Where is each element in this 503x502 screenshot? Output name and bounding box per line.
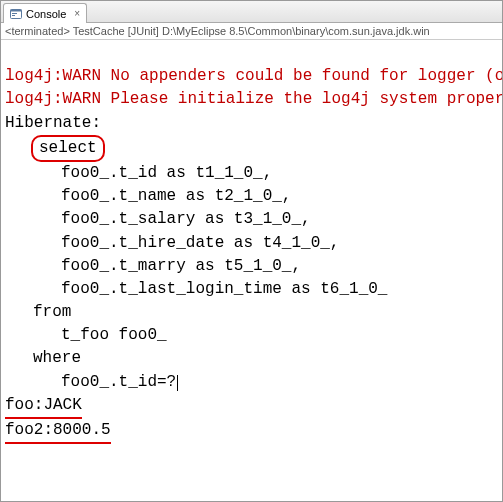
tab-bar: Console × — [1, 1, 502, 23]
svg-rect-3 — [12, 15, 15, 16]
highlighted-select: select — [31, 135, 105, 162]
log-line: foo0_.t_id=? — [5, 373, 178, 391]
log-line: foo0_.t_marry as t5_1_0_, — [5, 255, 301, 278]
log-line: foo0_.t_name as t2_1_0_, — [5, 185, 291, 208]
log-line: t_foo foo0_ — [5, 324, 176, 347]
svg-rect-2 — [12, 13, 17, 14]
log-line: Hibernate: — [5, 114, 111, 132]
log-line: foo0_.t_hire_date as t4_1_0_, — [5, 232, 339, 255]
log-line: foo0_.t_last_login_time as t6_1_0_ — [5, 278, 397, 301]
close-icon[interactable]: × — [74, 9, 80, 19]
console-icon — [10, 8, 22, 20]
highlighted-output: foo:JACK — [5, 394, 82, 419]
svg-rect-1 — [11, 9, 22, 11]
log-line-error: log4j:WARN No appenders could be found f… — [5, 67, 503, 85]
launch-status: <terminated> TestCache [JUnit] D:\MyEcli… — [1, 23, 502, 40]
log-line: foo0_.t_salary as t3_1_0_, — [5, 208, 311, 231]
tab-console[interactable]: Console × — [3, 3, 87, 23]
log-line: where — [5, 347, 81, 370]
log-line: foo0_.t_id as t1_1_0_, — [5, 162, 272, 185]
highlighted-output: foo2:8000.5 — [5, 419, 111, 444]
console-output[interactable]: log4j:WARN No appenders could be found f… — [1, 40, 502, 446]
tab-title: Console — [26, 8, 66, 20]
log-line: from — [5, 301, 71, 324]
log-line-error: log4j:WARN Please initialize the log4j s… — [5, 90, 503, 108]
text-cursor — [177, 375, 178, 391]
